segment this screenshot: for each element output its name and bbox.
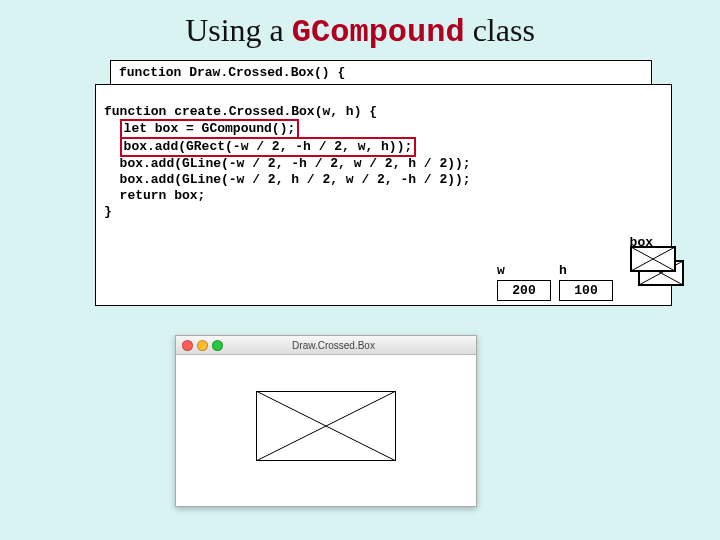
window-title: Draw.Crossed.Box [197, 340, 470, 351]
var-h-value: 100 [559, 280, 613, 301]
back-code-line: function Draw.Crossed.Box() { [111, 61, 651, 84]
window-titlebar: Draw.Crossed.Box [176, 336, 476, 355]
var-w: w 200 [497, 263, 551, 301]
title-classname: GCompound [292, 14, 465, 51]
var-h-label: h [559, 263, 613, 278]
title-prefix: Using a [185, 12, 292, 48]
title-suffix: class [465, 12, 535, 48]
output-canvas [176, 355, 476, 507]
slide-title: Using a GCompound class [0, 12, 720, 51]
crossed-box-icon [630, 246, 676, 272]
var-h: h 100 [559, 263, 613, 301]
code-block: function create.Crossed.Box(w, h) { let … [96, 98, 671, 226]
var-w-value: 200 [497, 280, 551, 301]
close-icon[interactable] [182, 340, 193, 351]
var-w-label: w [497, 263, 551, 278]
code-card-front: function create.Crossed.Box(w, h) { let … [95, 84, 672, 306]
output-window: Draw.Crossed.Box [175, 335, 477, 507]
crossed-box-drawing [256, 391, 396, 461]
